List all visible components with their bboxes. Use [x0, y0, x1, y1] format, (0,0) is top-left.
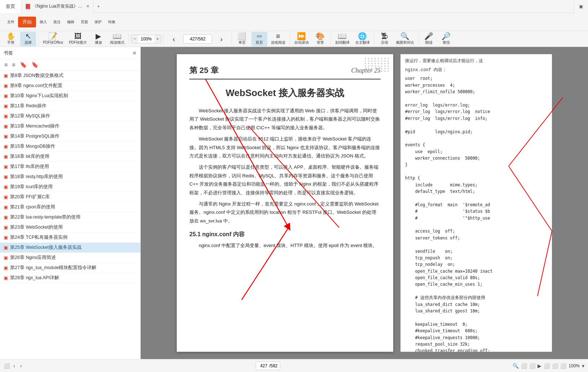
- sidebar-item[interactable]: ▣第14章 PostgreSQL操作: [0, 131, 140, 142]
- sidebar-bookmark-icon[interactable]: 🔖: [18, 61, 28, 69]
- bottom-layout1-icon[interactable]: ⬜: [544, 363, 550, 369]
- bottom-layout2-icon[interactable]: ⬜: [552, 363, 558, 369]
- bottom-view2-icon[interactable]: ⬜: [529, 363, 535, 369]
- bookmark-icon: ▣: [4, 215, 8, 220]
- sidebar-item[interactable]: ▣第18章 resty.http库的使用: [0, 172, 140, 182]
- sidebar-item[interactable]: ▣第26章 Nginx应用简述: [0, 253, 140, 263]
- sidebar-item[interactable]: ▣第15章 MongoDB操作: [0, 142, 140, 152]
- next-icon: ›: [220, 35, 223, 43]
- zoom-control[interactable]: − +: [131, 35, 161, 43]
- zoom-out-button[interactable]: −: [132, 35, 138, 43]
- sep7: [374, 34, 374, 44]
- page-menu-item[interactable]: 页面: [78, 15, 91, 29]
- sidebar-item-label: 第8章 JSON数据交换格式: [10, 73, 63, 79]
- pdf-to-office-button[interactable]: 📝 PDF转Office: [41, 32, 65, 46]
- tab-new-button[interactable]: +: [93, 0, 104, 13]
- sep6: [330, 34, 331, 44]
- sidebar-item[interactable]: ▣第13章 Memcached操作: [0, 121, 140, 131]
- sidebar-item[interactable]: ▣第28章 ngx_lua API详解: [0, 273, 140, 283]
- bottom-prev-button[interactable]: ‹: [12, 362, 17, 369]
- tab-home[interactable]: 首页: [0, 0, 21, 13]
- sidebar-item[interactable]: ▣第12章 MySQL操作: [0, 111, 140, 121]
- read-mode-button[interactable]: 📖 阅读模式: [108, 32, 127, 46]
- hand-label: 手势: [7, 40, 14, 45]
- bottom-next-button[interactable]: ›: [19, 362, 23, 369]
- word-translate-button[interactable]: 📖 划词翻译: [333, 32, 352, 46]
- sidebar-item[interactable]: ▣第8章 JSON数据交换格式: [0, 71, 140, 81]
- page-dots: [365, 58, 390, 72]
- bottom-view1-icon[interactable]: ⬜: [521, 363, 527, 369]
- pdf-view: 第 25 章 Chapter 25 WebSocket 接入服务器实战 WebS…: [141, 47, 588, 359]
- single-page-button[interactable]: ⬜ 单页: [234, 32, 250, 46]
- pdf-to-image-button[interactable]: 🖼 PDF转图片: [67, 32, 89, 46]
- page-input[interactable]: [258, 363, 269, 368]
- read-aloud-label: 朗读: [425, 40, 433, 45]
- auto-scroll-button[interactable]: ⏩ 自动滚动: [292, 32, 311, 46]
- page-total-label: /582: [269, 363, 277, 368]
- single-page-icon: ⬜: [237, 33, 246, 40]
- sidebar-item[interactable]: ▣第10章 Nginx下Lua实现机制: [0, 91, 140, 101]
- sidebar-bookmark2-icon[interactable]: 🔖: [30, 61, 40, 69]
- window-control[interactable]: ▣: [574, 0, 588, 13]
- bookmark-active-icon: ▣: [4, 245, 8, 250]
- annotate-menu-item[interactable]: 批注: [51, 15, 63, 29]
- compress-button[interactable]: 🗜 压缩: [377, 32, 392, 46]
- edit-menu-item[interactable]: 编辑: [64, 15, 77, 29]
- start-button[interactable]: 开始: [18, 17, 36, 27]
- prev-page-button[interactable]: ‹: [166, 32, 182, 46]
- sidebar-item[interactable]: ▣第20章 FFI扩展C库: [0, 192, 140, 202]
- sidebar-item[interactable]: ▣第23章 WebSocket的使用: [0, 222, 140, 233]
- page-number-input[interactable]: [185, 36, 210, 42]
- continuous-read-button[interactable]: ≡ 连续阅读: [269, 32, 288, 46]
- sidebar-item-label: 第11章 Redis操作: [10, 103, 47, 109]
- zoom-in-button[interactable]: +: [154, 35, 161, 43]
- sidebar-item[interactable]: ▣第9章 nginx.conf文件配置: [0, 81, 140, 91]
- compare-button[interactable]: 🔍 截图和对比: [394, 32, 416, 46]
- bottom-layout3-icon[interactable]: ⬜: [560, 363, 566, 369]
- sidebar-item[interactable]: ▣第19章 lcurl库的使用: [0, 182, 140, 192]
- insert-menu-item[interactable]: 插入: [37, 15, 50, 29]
- sidebar-list2-icon[interactable]: ≡: [10, 61, 17, 69]
- home-tab-label: 首页: [6, 3, 15, 10]
- thumbnail-view-button[interactable]: ⬜: [4, 363, 10, 369]
- sidebar-item[interactable]: ▣第17章 lfs库的使用: [0, 162, 140, 172]
- sidebar-item[interactable]: ▣第24章 TCP私有服务器实例: [0, 233, 140, 243]
- sidebar-item[interactable]: ▣第11章 Redis操作: [0, 101, 140, 111]
- file-menu-item[interactable]: 文件: [4, 15, 17, 29]
- sidebar-close-button[interactable]: ✕: [132, 50, 137, 56]
- sidebar-item-label: 第24章 TCP私有服务器实例: [10, 234, 67, 241]
- sidebar-item[interactable]: ▣第22章 lua-resty-template类的使用: [0, 212, 140, 222]
- hand-tool-button[interactable]: ✋ 手势: [3, 32, 19, 46]
- sidebar-item-label: 第27章 ngx_lua_module模块配置指令详解: [10, 265, 96, 271]
- sidebar-item-active[interactable]: ▣第25章 WebSocket接入服务器实战: [0, 243, 140, 253]
- select-tool-button[interactable]: ↖ 选择: [20, 32, 36, 46]
- continuous-label: 连续阅读: [271, 40, 285, 45]
- read-aloud-button[interactable]: 🎤 朗读: [421, 32, 437, 46]
- next-page-button[interactable]: ›: [214, 32, 229, 46]
- full-translate-button[interactable]: 🌐 全文翻译: [353, 32, 372, 46]
- play-button[interactable]: ▶ 播放: [91, 32, 106, 46]
- bottom-zoom-dropdown-icon[interactable]: ▾: [582, 363, 584, 369]
- double-page-button[interactable]: ▫▫ 双页: [251, 32, 267, 46]
- background-button[interactable]: 🎨 背景: [312, 32, 328, 46]
- sidebar-item-label: 第9章 nginx.conf文件配置: [10, 83, 62, 89]
- read-aloud-icon: 🎤: [424, 33, 433, 40]
- protect-menu-item[interactable]: 保护: [92, 15, 105, 29]
- bottom-left-controls: ⬜ ‹ ›: [4, 362, 23, 369]
- sidebar-item[interactable]: ▣第21章 cjson库的使用: [0, 202, 140, 212]
- sidebar-item[interactable]: ▣第16章 bit库的使用: [0, 152, 140, 162]
- sidebar-item[interactable]: ▣第27章 ngx_lua_module模块配置指令详解: [0, 263, 140, 273]
- sidebar-title: 书签: [4, 50, 13, 56]
- tab-close-icon[interactable]: ✕: [86, 4, 89, 9]
- sep2: [129, 34, 129, 44]
- bottom-bar: ⬜ ‹ › /582 🔍 ⬜ ⬜ ▶ ⬜ ⬜ ⬜ 100% ▾: [0, 359, 588, 372]
- bottom-play-icon[interactable]: ▶: [537, 363, 541, 369]
- convert-menu-item[interactable]: 转换: [105, 15, 118, 29]
- tab-pdf[interactable]: 📕 《Nginx Lua开发实战》.pdf ✕: [21, 0, 93, 13]
- zoom-input[interactable]: [138, 36, 154, 42]
- bottom-search-icon[interactable]: 🔍: [513, 363, 519, 369]
- bookmark-icon: ▣: [4, 204, 8, 210]
- sidebar-list-icon[interactable]: ≡: [3, 61, 9, 69]
- find-button[interactable]: 🔎 查找: [438, 32, 454, 46]
- file-label: 文件: [7, 20, 14, 25]
